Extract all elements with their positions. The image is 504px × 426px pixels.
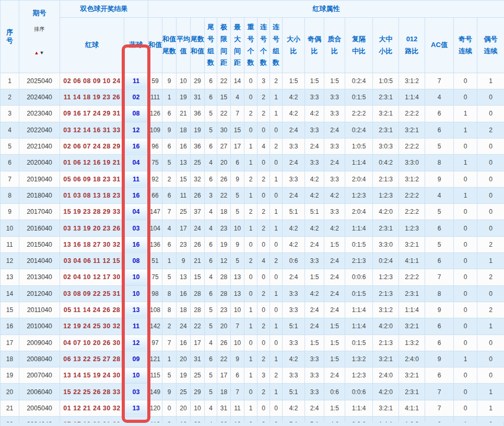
consecutive-groups-cell: 1 [270,318,283,335]
header-sum: 和值 [148,18,162,73]
red-balls-cell: 02 06 08 09 10 24 [60,73,124,89]
sum-cell: 142 [148,318,162,335]
big-mid-small-ratio-cell: 2:1:3 [373,335,399,351]
odd-consecutive-cell: 0 [454,335,477,351]
header-tail-sum: 尾数 和值 [191,18,205,73]
road-012-ratio-cell: 3:2:1 [399,236,425,252]
header-blue-ball: 蓝球 [124,18,148,73]
limit-span-cell: 28 [217,285,231,302]
sum-tail-cell: 9 [162,73,177,89]
odd-consecutive-cell: 0 [454,236,477,252]
sum-tail-cell: 1 [162,351,177,367]
repeat-interval-ratio-cell: 1:1:4 [345,155,373,171]
road-012-ratio-cell: 2:2:2 [399,138,425,154]
header-consecutive-groups: 连号 组数 [270,18,283,73]
repeat-count-cell: 2 [244,171,257,187]
even-consecutive-cell: 0 [477,335,504,351]
repeat-interval-ratio-cell: 1:2:3 [345,187,373,203]
tail-sum-cell: 32 [191,171,205,187]
repeat-interval-ratio-cell: 2:0:4 [345,204,373,220]
max-span-cell: 7 [231,318,244,335]
blue-ball-cell: 13 [124,400,148,416]
road-012-ratio-cell: 4:1:1 [399,400,425,416]
max-span-cell: 5 [231,253,244,269]
sum-tail-cell: 6 [162,236,177,252]
issue-cell: 2017040 [19,204,60,220]
red-balls-cell: 03 04 06 11 12 15 [60,253,124,269]
consecutive-groups-cell: 2 [270,253,283,269]
tail-sum-cell: 24 [191,220,205,236]
tail-sum-cell: 21 [191,253,205,269]
even-consecutive-cell: 0 [477,220,504,236]
consecutive-groups-cell: 1 [270,106,283,122]
blue-ball-cell: 16 [124,138,148,154]
repeat-count-cell: 0 [244,89,257,106]
sum-cell: 111 [148,89,162,106]
odd-consecutive-cell: 1 [454,351,477,367]
repeat-interval-ratio-cell: 2:1:3 [345,253,373,269]
repeat-interval-ratio-cell: 0:2:4 [345,73,373,89]
even-consecutive-cell: 2 [477,269,504,285]
consecutive-groups-cell: 2 [270,367,283,384]
consecutive-count-cell: 2 [257,285,270,302]
odd-even-ratio-cell: 4:2 [305,220,324,236]
big-mid-small-ratio-cell: 2:3:1 [373,89,399,106]
tail-groups-cell: 5 [205,122,217,138]
big-small-ratio-cell: 2:4 [283,122,305,138]
tail-sum-cell: 28 [191,285,205,302]
sum-tail-cell: 2 [162,171,177,187]
average-cell: 20 [177,400,191,416]
average-cell: 10 [177,73,191,89]
sort-ascending-icon[interactable]: ▲ [34,50,40,55]
ac-value-cell: 5 [425,138,454,154]
header-consecutive-count: 连号 个数 [257,18,270,73]
blue-ball-cell: 04 [124,204,148,220]
limit-span-cell: 18 [217,204,231,220]
odd-even-ratio-cell: 4:2 [305,187,324,203]
lottery-stats-table: 序 号 期号 排序 ▲▼ 双色球开奖结果 红球属性 [0,0,504,426]
blue-ball-cell: 09 [124,351,148,367]
header-tail-groups: 尾号 组数 [205,18,217,73]
red-balls-cell: 13 14 15 19 24 30 [60,367,124,384]
sum-cell: 136 [148,236,162,252]
sum-tail-cell: 1 [162,89,177,106]
consecutive-groups-cell: 0 [270,236,283,252]
prime-composite-ratio-cell: 1:5 [324,335,345,351]
max-span-cell: 14 [231,73,244,89]
road-012-ratio-cell: 3:2:1 [399,367,425,384]
issue-cell: 2019040 [19,171,60,187]
consecutive-count-cell: 2 [257,220,270,236]
header-repeat-interval-ratio: 复隔 中比 [345,18,373,73]
road-012-ratio-cell: 3:1:2 [399,73,425,89]
consecutive-groups-cell: 1 [270,384,283,400]
blue-ball-cell: 12 [124,335,148,351]
prime-composite-ratio-cell: 2:4 [324,367,345,384]
consecutive-groups-cell: 2 [270,73,283,89]
big-mid-small-ratio-cell: 3:1:2 [373,302,399,318]
repeat-interval-ratio-cell: 1:3:2 [345,351,373,367]
odd-even-ratio-cell: 3:3 [305,122,324,138]
max-span-cell: 11 [231,400,244,416]
table-row: 17 2009040 04 07 10 20 26 30 12 97 7 16 … [1,335,504,351]
seq-cell: 17 [1,335,19,351]
red-balls-cell: 15 22 25 26 28 33 [60,384,124,400]
sum-cell: 97 [148,335,162,351]
tail-groups-cell: 5 [205,384,217,400]
road-012-ratio-cell: 1:1:4 [399,89,425,106]
consecutive-count-cell: 3 [257,73,270,89]
seq-cell: 6 [1,155,19,171]
big-small-ratio-cell: 0:6 [283,253,305,269]
sort-descending-icon[interactable]: ▼ [40,50,45,55]
prime-composite-ratio-cell: 3:3 [324,204,345,220]
table-row: 7 2019040 05 06 09 18 23 31 11 92 2 15 3… [1,171,504,187]
repeat-count-cell: 1 [244,400,257,416]
consecutive-count-cell: 2 [257,106,270,122]
odd-consecutive-cell: 0 [454,384,477,400]
even-consecutive-cell: 0 [477,351,504,367]
big-small-ratio-cell: 5:1 [283,318,305,335]
ac-value-cell: 5 [425,236,454,252]
repeat-count-cell: 0 [244,384,257,400]
even-consecutive-cell: 0 [477,204,504,220]
even-consecutive-cell: 2 [477,122,504,138]
big-mid-small-ratio-cell: 3:2:1 [373,400,399,416]
